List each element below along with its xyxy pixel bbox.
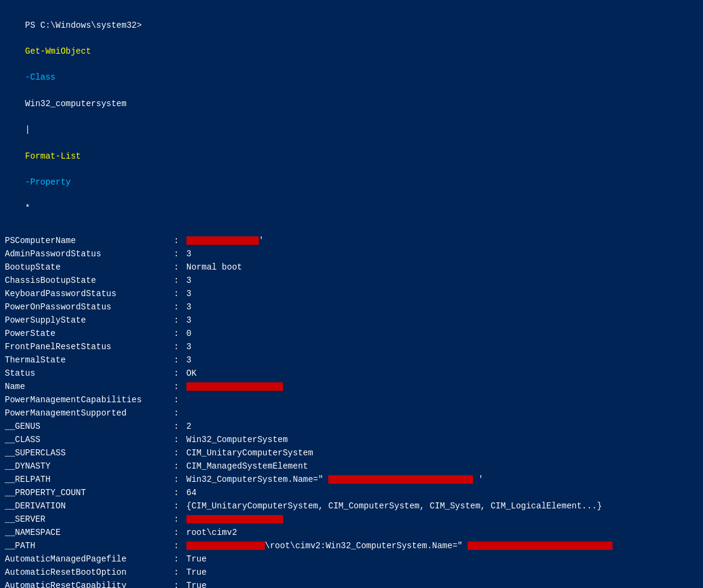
prop-name: PowerManagementCapabilities <box>5 394 174 407</box>
prop-adminpasswordstatus: AdminPasswordStatus : 3 <box>5 248 698 261</box>
prop-name: AutomaticManagedPagefile <box>5 553 174 566</box>
prop-name: __CLASS <box>5 434 174 447</box>
prop-name: PowerOnPasswordStatus <box>5 301 174 314</box>
class-value: Win32_computersystem <box>25 99 127 109</box>
prop-value: True <box>186 580 207 588</box>
prop-powersupplystate: PowerSupplyState : 3 <box>5 314 698 327</box>
prop-name: Name <box>5 381 174 394</box>
prop-name: Status <box>5 367 174 381</box>
prop-name: KeyboardPasswordStatus <box>5 288 174 301</box>
redacted-block <box>186 542 265 550</box>
redacted-block <box>186 515 283 523</box>
prop-value: 3 <box>186 248 191 261</box>
prop-name: __NAMESPACE <box>5 526 174 540</box>
prop-powermgmtsupported: PowerManagementSupported : <box>5 407 698 420</box>
command-line: PS C:\Windows\system32> Get-WmiObject -C… <box>5 6 698 229</box>
prop-relpath: __RELPATH : Win32_ComputerSystem.Name=" … <box>5 473 698 487</box>
prop-dynasty: __DYNASTY : CIM_ManagedSystemElement <box>5 460 698 473</box>
prop-server: __SERVER : <box>5 513 698 526</box>
prop-name: __GENUS <box>5 420 174 434</box>
prop-name: __DERIVATION <box>5 500 174 513</box>
prop-value: \root\cimv2:Win32_ComputerSystem.Name=" <box>186 540 612 553</box>
prop-path: __PATH : \root\cimv2:Win32_ComputerSyste… <box>5 540 698 553</box>
terminal-window: PS C:\Windows\system32> Get-WmiObject -C… <box>0 0 703 588</box>
prop-name: ThermalState <box>5 354 174 367</box>
prop-value: 64 <box>186 487 197 500</box>
prop-name: FrontPanelResetStatus <box>5 341 174 354</box>
prop-name-field: Name : <box>5 381 698 394</box>
prop-name: __SUPERCLASS <box>5 447 174 460</box>
prop-value: ' <box>186 235 264 248</box>
prop-value: OK <box>186 367 197 381</box>
prop-pscomputername: PSComputerName : ' <box>5 235 698 248</box>
prop-chassisbootupstate: ChassisBootupState : 3 <box>5 274 698 288</box>
prop-derivation: __DERIVATION : {CIM_UnitaryComputerSyste… <box>5 500 698 513</box>
prop-name: ChassisBootupState <box>5 274 174 288</box>
prop-value: True <box>186 553 207 566</box>
prop-name: __PATH <box>5 540 174 553</box>
prop-value: 0 <box>186 327 191 341</box>
prop-name: PSComputerName <box>5 235 174 248</box>
prop-status: Status : OK <box>5 367 698 381</box>
prop-automanagedpagefile: AutomaticManagedPagefile : True <box>5 553 698 566</box>
prop-value: 3 <box>186 274 191 288</box>
get-wmiobject-cmd: Get-WmiObject <box>25 46 91 56</box>
prop-namespace: __NAMESPACE : root\cimv2 <box>5 526 698 540</box>
prop-bootupstate: BootupState : Normal boot <box>5 261 698 274</box>
prop-name: __PROPERTY_COUNT <box>5 487 174 500</box>
redacted-block <box>186 236 259 245</box>
prop-value: Win32_ComputerSystem.Name=" ' <box>186 473 483 487</box>
prop-frontpanelresetstatus: FrontPanelResetStatus : 3 <box>5 341 698 354</box>
prop-genus: __GENUS : 2 <box>5 420 698 434</box>
format-list-cmd: Format-List <box>25 151 81 161</box>
prop-name: PowerState <box>5 327 174 341</box>
prop-poweronpasswordstatus: PowerOnPasswordStatus : 3 <box>5 301 698 314</box>
prop-value: 3 <box>186 341 191 354</box>
prop-value: 3 <box>186 314 191 327</box>
pipe-char: | <box>25 125 30 134</box>
prop-value: True <box>186 566 207 580</box>
prop-value <box>186 513 283 526</box>
prop-value: Normal boot <box>186 261 242 274</box>
redacted-block <box>186 382 283 391</box>
properties-list: PSComputerName : ' AdminPasswordStatus :… <box>5 235 698 588</box>
prop-value: 2 <box>186 420 191 434</box>
star-param: * <box>25 203 30 213</box>
class-flag: -Class <box>25 72 56 82</box>
redacted-block <box>328 475 473 484</box>
prop-name: PowerManagementSupported <box>5 407 174 420</box>
prop-powermgmtcap: PowerManagementCapabilities : <box>5 394 698 407</box>
prop-value: CIM_ManagedSystemElement <box>186 460 308 473</box>
prop-superclass: __SUPERCLASS : CIM_UnitaryComputerSystem <box>5 447 698 460</box>
prop-name: AutomaticResetCapability <box>5 580 174 588</box>
prop-value: 3 <box>186 288 191 301</box>
prop-name: __RELPATH <box>5 473 174 487</box>
prop-value: root\cimv2 <box>186 526 237 540</box>
prompt: PS C:\Windows\system32> <box>25 21 142 30</box>
prop-value: 3 <box>186 301 191 314</box>
prop-keyboardpasswordstatus: KeyboardPasswordStatus : 3 <box>5 288 698 301</box>
prop-value: {CIM_UnitaryComputerSystem, CIM_Computer… <box>186 500 602 513</box>
prop-name: __DYNASTY <box>5 460 174 473</box>
prop-value: 3 <box>186 354 191 367</box>
prop-value: CIM_UnitaryComputerSystem <box>186 447 313 460</box>
prop-thermalstate: ThermalState : 3 <box>5 354 698 367</box>
prop-name: PowerSupplyState <box>5 314 174 327</box>
prop-value: Win32_ComputerSystem <box>186 434 288 447</box>
prop-class: __CLASS : Win32_ComputerSystem <box>5 434 698 447</box>
redacted-block <box>468 542 612 550</box>
prop-name: BootupState <box>5 261 174 274</box>
prop-property-count: __PROPERTY_COUNT : 64 <box>5 487 698 500</box>
prop-autoresetcapability: AutomaticResetCapability : True <box>5 580 698 588</box>
prop-name: AdminPasswordStatus <box>5 248 174 261</box>
prop-name: AutomaticResetBootOption <box>5 566 174 580</box>
property-flag: -Property <box>25 177 71 187</box>
prop-name: __SERVER <box>5 513 174 526</box>
prop-powerstate: PowerState : 0 <box>5 327 698 341</box>
prop-autoresetbootoption: AutomaticResetBootOption : True <box>5 566 698 580</box>
prop-value <box>186 381 283 394</box>
